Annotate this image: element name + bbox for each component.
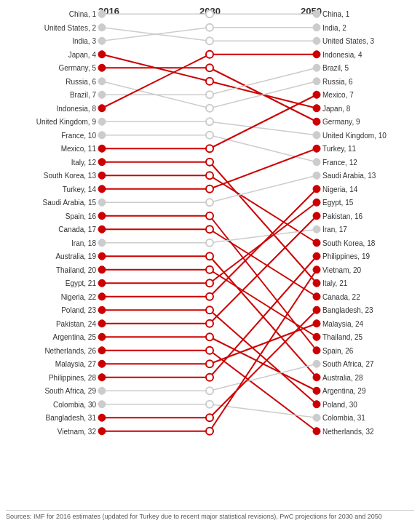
chart-container: 2016 2030 2050 China, 1United States, 2I…: [0, 0, 420, 523]
svg-point-92: [98, 387, 106, 394]
svg-point-119: [206, 320, 213, 327]
svg-text:United States, 3: United States, 3: [322, 37, 375, 45]
svg-line-63: [210, 270, 317, 431]
svg-point-81: [98, 239, 106, 247]
svg-point-77: [98, 185, 106, 193]
svg-point-95: [98, 428, 106, 435]
svg-text:Argentina, 29: Argentina, 29: [322, 387, 366, 395]
svg-text:Australia, 19: Australia, 19: [55, 252, 96, 260]
svg-point-118: [206, 306, 213, 314]
svg-text:South Africa, 29: South Africa, 29: [44, 387, 96, 395]
svg-point-120: [206, 333, 213, 340]
svg-point-151: [313, 320, 320, 327]
svg-text:Germany, 9: Germany, 9: [322, 118, 360, 126]
svg-point-132: [313, 64, 320, 71]
svg-text:France, 12: France, 12: [322, 159, 357, 167]
svg-text:Vietnam, 32: Vietnam, 32: [58, 428, 97, 436]
svg-text:Iran, 18: Iran, 18: [71, 239, 96, 247]
svg-text:Turkey, 11: Turkey, 11: [322, 145, 357, 153]
svg-point-103: [206, 51, 213, 58]
svg-point-131: [313, 51, 320, 58]
svg-text:Russia, 6: Russia, 6: [66, 78, 96, 86]
svg-text:Netherlands, 32: Netherlands, 32: [322, 428, 374, 436]
svg-point-69: [98, 78, 106, 85]
svg-point-146: [313, 252, 320, 260]
svg-point-84: [98, 279, 106, 287]
svg-point-70: [98, 91, 106, 98]
svg-point-101: [206, 105, 213, 112]
svg-point-99: [206, 78, 213, 85]
svg-point-111: [206, 212, 213, 220]
svg-text:France, 10: France, 10: [61, 132, 96, 140]
svg-point-71: [98, 105, 106, 112]
svg-point-107: [206, 159, 213, 166]
svg-text:Saudi Arabia, 13: Saudi Arabia, 13: [322, 172, 376, 180]
svg-point-128: [313, 10, 320, 17]
svg-line-57: [210, 364, 317, 391]
svg-text:Philippines, 28: Philippines, 28: [49, 374, 96, 382]
svg-point-147: [313, 266, 320, 274]
svg-text:India, 3: India, 3: [72, 37, 96, 45]
svg-point-97: [206, 37, 213, 44]
svg-point-88: [98, 333, 106, 340]
svg-text:Thailand, 20: Thailand, 20: [56, 266, 96, 274]
svg-point-79: [98, 212, 106, 220]
chart-svg: China, 1United States, 2India, 3Japan, 4…: [0, 0, 420, 498]
svg-text:Malaysia, 24: Malaysia, 24: [322, 320, 364, 328]
svg-point-89: [98, 347, 106, 354]
svg-line-23: [210, 162, 317, 284]
svg-point-123: [206, 374, 213, 381]
svg-point-140: [313, 172, 320, 179]
svg-text:United Kingdom, 10: United Kingdom, 10: [322, 132, 387, 140]
svg-point-86: [98, 306, 106, 314]
svg-point-154: [313, 360, 320, 367]
svg-point-121: [206, 347, 213, 354]
svg-text:Indonesia, 4: Indonesia, 4: [322, 51, 362, 59]
svg-text:United Kingdom, 9: United Kingdom, 9: [36, 118, 97, 126]
svg-point-105: [206, 132, 213, 139]
svg-text:Egypt, 21: Egypt, 21: [66, 279, 97, 287]
svg-point-158: [313, 414, 320, 421]
svg-point-155: [313, 374, 320, 381]
svg-point-102: [206, 91, 213, 98]
svg-point-142: [313, 199, 320, 206]
svg-point-74: [98, 145, 106, 152]
svg-point-91: [98, 374, 106, 381]
svg-point-76: [98, 172, 106, 179]
svg-text:Bangladesh, 31: Bangladesh, 31: [45, 414, 96, 422]
svg-point-139: [313, 159, 320, 166]
svg-line-43: [210, 189, 317, 297]
svg-text:Thailand, 25: Thailand, 25: [322, 333, 362, 341]
svg-point-133: [313, 78, 320, 85]
svg-point-83: [98, 266, 106, 274]
svg-point-138: [313, 145, 320, 152]
svg-text:Brazil, 5: Brazil, 5: [322, 64, 349, 72]
svg-text:United States, 2: United States, 2: [44, 24, 97, 32]
svg-point-150: [313, 306, 320, 314]
svg-point-93: [98, 401, 106, 408]
svg-text:South Korea, 13: South Korea, 13: [44, 172, 97, 180]
svg-text:Italy, 12: Italy, 12: [71, 159, 97, 167]
svg-point-114: [206, 252, 213, 260]
svg-text:Japan, 4: Japan, 4: [68, 51, 97, 59]
svg-point-129: [313, 24, 320, 31]
source-note: Sources: IMF for 2016 estimates (updated…: [6, 510, 414, 520]
svg-line-19: [210, 135, 317, 162]
svg-line-14: [102, 55, 210, 108]
svg-point-68: [98, 64, 106, 71]
svg-point-127: [206, 428, 213, 435]
svg-point-82: [98, 252, 106, 260]
svg-text:South Africa, 27: South Africa, 27: [322, 360, 374, 368]
svg-point-130: [313, 37, 320, 44]
svg-text:Netherlands, 26: Netherlands, 26: [44, 347, 96, 355]
svg-point-85: [98, 293, 106, 300]
svg-point-73: [98, 132, 106, 139]
svg-text:Vietnam, 20: Vietnam, 20: [322, 266, 362, 274]
svg-point-136: [313, 118, 320, 125]
svg-point-117: [206, 293, 213, 300]
svg-text:Nigeria, 14: Nigeria, 14: [322, 185, 358, 193]
svg-text:Nigeria, 22: Nigeria, 22: [61, 293, 97, 301]
svg-point-96: [206, 10, 213, 17]
svg-text:Iran, 17: Iran, 17: [322, 225, 347, 233]
svg-point-149: [313, 293, 320, 300]
